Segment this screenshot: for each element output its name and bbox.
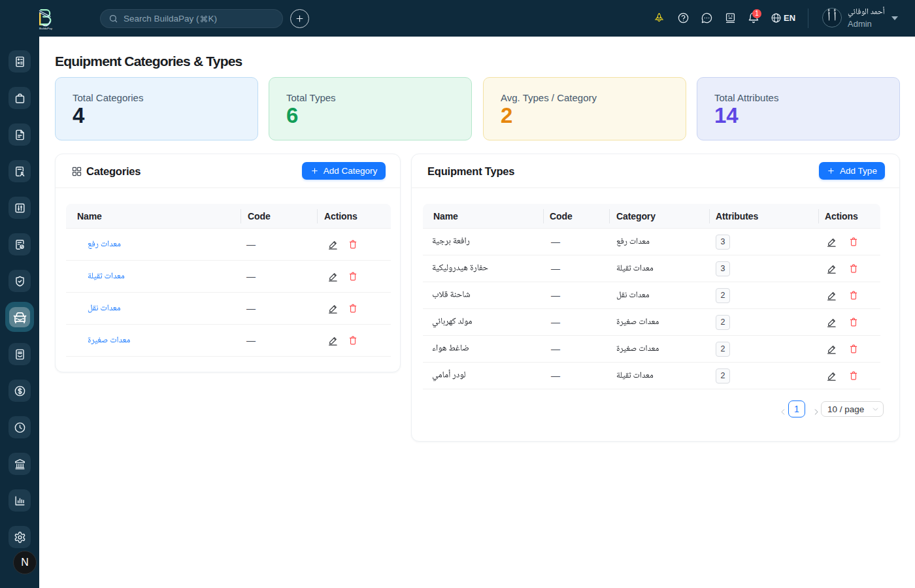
- svg-text:BuildaPay: BuildaPay: [39, 27, 53, 30]
